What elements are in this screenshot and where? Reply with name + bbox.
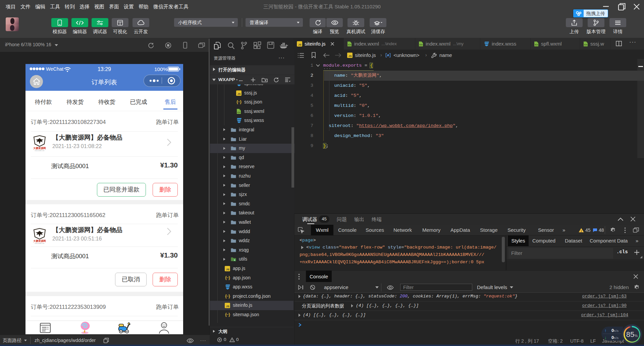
- svg-text:!: !: [581, 229, 582, 233]
- svg-text:大鹏资源网: 大鹏资源网: [33, 147, 46, 150]
- svg-text:JS: JS: [226, 268, 229, 271]
- svg-text:<>: <>: [419, 43, 423, 46]
- svg-text:www.wobbt.com: www.wobbt.com: [35, 243, 45, 244]
- svg-text:<>: <>: [535, 43, 538, 46]
- svg-text:JS: JS: [348, 55, 352, 58]
- svg-text:www.wobbt.com: www.wobbt.com: [35, 150, 45, 151]
- svg-text:大鹏资源网: 大鹏资源网: [33, 239, 46, 243]
- svg-text:JS: JS: [237, 92, 241, 95]
- svg-text:<>: <>: [237, 111, 240, 114]
- svg-text:JS: JS: [298, 43, 302, 46]
- svg-text:<>: <>: [348, 43, 351, 46]
- svg-text:JS: JS: [226, 305, 229, 308]
- svg-text:<>: <>: [584, 43, 587, 46]
